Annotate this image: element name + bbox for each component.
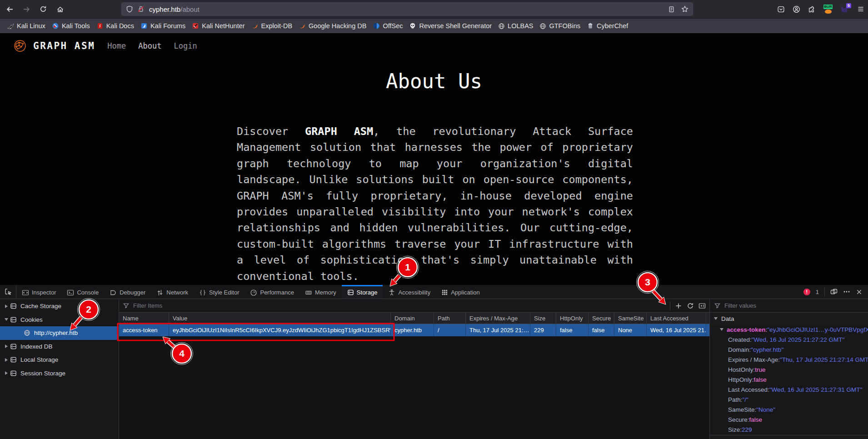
site-brand[interactable]: GRAPH ASM bbox=[33, 40, 95, 51]
cookie-prop-httponly[interactable]: HttpOnlyfalse bbox=[710, 374, 868, 384]
forward-button[interactable] bbox=[19, 2, 34, 16]
sidebar-item-indexed-db[interactable]: Indexed DB bbox=[0, 340, 119, 354]
bookmark-kali-linux[interactable]: Kali Linux bbox=[4, 21, 49, 31]
sidebar-item-cookies[interactable]: Cookies bbox=[0, 313, 119, 327]
tab-label: Performance bbox=[260, 289, 294, 296]
devtools-tab-memory[interactable]: Memory bbox=[299, 285, 342, 299]
cookie-prop-last-accessed[interactable]: Last Accessed"Wed, 16 Jul 2025 21:27:31 … bbox=[710, 384, 868, 394]
sidebar-item-local-storage[interactable]: Local Storage bbox=[0, 353, 119, 367]
bookmark-reverse-shell-generator[interactable]: Reverse Shell Generator bbox=[406, 21, 495, 31]
cell-domain[interactable]: cypher.htb bbox=[391, 324, 434, 336]
devtools-tab-network[interactable]: Network bbox=[151, 285, 194, 299]
devtools-tab-style-editor[interactable]: Style Editor bbox=[194, 285, 244, 299]
site-nav-home[interactable]: Home bbox=[107, 41, 126, 50]
cookie-prop-path[interactable]: Path"/" bbox=[710, 394, 868, 404]
responsive-design-icon[interactable] bbox=[830, 288, 838, 295]
url-text[interactable]: cypher.htb/about bbox=[149, 5, 200, 13]
bookmark-kali-forums[interactable]: Kali Forums bbox=[137, 21, 189, 31]
cell-name[interactable]: access-token bbox=[119, 324, 169, 336]
prop-value: false bbox=[749, 416, 763, 423]
cell-httponly[interactable]: false bbox=[556, 324, 589, 336]
cookie-prop-domain[interactable]: Domain"cypher.htb" bbox=[710, 344, 868, 354]
bookmark-exploit-db[interactable]: Exploit-DB bbox=[248, 21, 296, 31]
cell-value[interactable]: eyJhbGciOiJIUzI1NiIsInR5cCI6IkpXVCJ9.eyJ… bbox=[169, 324, 391, 336]
cell-size[interactable]: 229 bbox=[530, 324, 556, 336]
site-nav-about[interactable]: About bbox=[138, 41, 161, 50]
devtools-tab-application[interactable]: Application bbox=[436, 285, 485, 299]
parsed-value-header[interactable]: Parsed Value bbox=[710, 435, 868, 439]
foxyproxy-extension-icon[interactable]: 5 bbox=[840, 5, 849, 13]
cell-samesite[interactable]: None bbox=[614, 324, 647, 336]
cell-expires-max-age[interactable]: Thu, 17 Jul 2025 21:… bbox=[466, 324, 530, 336]
home-button[interactable] bbox=[53, 2, 67, 16]
insecure-lock-icon[interactable] bbox=[137, 5, 145, 13]
bookmark-star-icon[interactable] bbox=[681, 5, 688, 13]
refresh-button[interactable] bbox=[36, 2, 50, 16]
bookmark-kali-tools[interactable]: Kali Tools bbox=[49, 21, 93, 31]
column-header-httponly[interactable]: HttpOnly bbox=[556, 313, 589, 324]
sidebar-item-cache-storage[interactable]: Cache Storage bbox=[0, 299, 119, 313]
data-section-header[interactable]: Data bbox=[710, 313, 868, 324]
cookie-prop-hostonly[interactable]: HostOnlytrue bbox=[710, 364, 868, 374]
bookmark-lolbas[interactable]: LOLBAS bbox=[495, 21, 536, 31]
column-header-name[interactable]: Name bbox=[119, 313, 169, 324]
reader-view-icon[interactable] bbox=[668, 6, 675, 13]
bookmark-kali-docs[interactable]: Kali Docs bbox=[93, 21, 137, 31]
twisty-collapsed-icon[interactable] bbox=[5, 304, 8, 308]
column-header-domain[interactable]: Domain bbox=[391, 313, 434, 324]
cookie-prop-expires-max-age[interactable]: Expires / Max-Age"Thu, 17 Jul 2025 21:27… bbox=[710, 354, 868, 364]
column-header-size[interactable]: Size bbox=[530, 313, 556, 324]
twisty-collapsed-icon[interactable] bbox=[5, 344, 8, 348]
refresh-items-button[interactable] bbox=[687, 302, 694, 309]
variables-view-button[interactable] bbox=[698, 302, 706, 309]
sidebar-item-session-storage[interactable]: Session Storage bbox=[0, 367, 119, 380]
devtools-menu-icon[interactable] bbox=[843, 288, 850, 295]
cell-path[interactable]: / bbox=[434, 324, 466, 336]
column-header-expires-max-age[interactable]: Expires / Max-Age bbox=[466, 313, 530, 324]
back-button[interactable] bbox=[2, 2, 17, 16]
error-count[interactable]: 1 bbox=[816, 289, 819, 295]
filter-values-input[interactable] bbox=[724, 302, 864, 309]
column-header-path[interactable]: Path bbox=[434, 313, 466, 324]
cookie-prop-secure[interactable]: Securefalse bbox=[710, 414, 868, 424]
sidebar-item-http-cypher-htb[interactable]: http://cypher.htb bbox=[0, 326, 119, 340]
cookie-prop-size[interactable]: Size229 bbox=[710, 424, 868, 434]
account-icon[interactable] bbox=[793, 5, 800, 13]
cell-last-accessed[interactable]: Wed, 16 Jul 2025 21… bbox=[647, 324, 706, 336]
devtools-tab-inspector[interactable]: Inspector bbox=[16, 285, 61, 299]
devtools-tab-console[interactable]: Console bbox=[61, 285, 104, 299]
filter-items-input[interactable] bbox=[133, 302, 666, 309]
cookie-prop-samesite[interactable]: SameSite"None" bbox=[710, 404, 868, 414]
column-header-secure[interactable]: Secure bbox=[589, 313, 614, 324]
pocket-icon[interactable] bbox=[777, 5, 785, 13]
element-picker-icon[interactable] bbox=[0, 285, 16, 299]
devtools-tab-accessibility[interactable]: Accessibility bbox=[383, 285, 436, 299]
devtools-tab-storage[interactable]: Storage bbox=[342, 285, 383, 299]
tracking-shield-icon[interactable] bbox=[126, 5, 133, 13]
column-header-samesite[interactable]: SameSite bbox=[614, 313, 647, 324]
column-header-last-accessed[interactable]: Last Accessed bbox=[647, 313, 706, 324]
bookmark-gtfobins[interactable]: GTFOBins bbox=[536, 21, 583, 31]
bookmark-kali-nethunter[interactable]: Kali NetHunter bbox=[189, 21, 248, 31]
menu-hamburger-icon[interactable] bbox=[857, 5, 864, 13]
url-bar[interactable]: cypher.htb/about bbox=[121, 2, 693, 16]
bookmark-google-hacking-db[interactable]: Google Hacking DB bbox=[295, 21, 369, 31]
close-devtools-icon[interactable] bbox=[856, 289, 863, 295]
bookmark-label: CyberChef bbox=[597, 22, 628, 30]
devtools-tab-performance[interactable]: Performance bbox=[244, 285, 299, 299]
extensions-puzzle-icon[interactable] bbox=[808, 5, 816, 13]
site-nav-login[interactable]: Login bbox=[174, 41, 197, 50]
cookie-table-row[interactable]: access-tokeneyJhbGciOiJIUzI1NiIsInR5cCI6… bbox=[119, 324, 709, 336]
twisty-collapsed-icon[interactable] bbox=[5, 371, 8, 375]
column-header-value[interactable]: Value bbox=[169, 313, 391, 324]
add-item-button[interactable] bbox=[675, 302, 682, 309]
burp-extension-icon[interactable]: BUR bbox=[823, 5, 833, 14]
twisty-expanded-icon[interactable] bbox=[5, 318, 8, 321]
devtools-tab-debugger[interactable]: Debugger bbox=[104, 285, 151, 299]
cookie-prop-created[interactable]: Created"Wed, 16 Jul 2025 21:27:22 GMT" bbox=[710, 334, 868, 344]
bookmark-cyberchef[interactable]: CyberChef bbox=[584, 21, 631, 31]
cookie-key-row[interactable]: access-token"eyJhbGciOiJIUzI1…y-0uVTPBVp… bbox=[710, 324, 868, 334]
bookmark-offsec[interactable]: OffSec bbox=[369, 21, 406, 31]
twisty-collapsed-icon[interactable] bbox=[5, 358, 8, 362]
cell-secure[interactable]: false bbox=[589, 324, 614, 336]
